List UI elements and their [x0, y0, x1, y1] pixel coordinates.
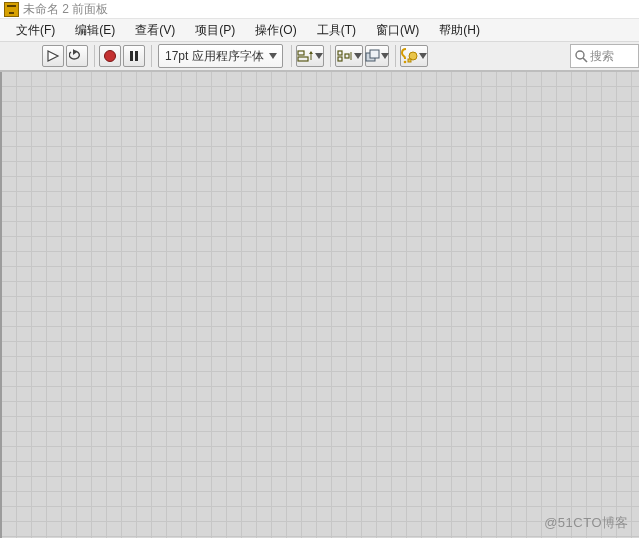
distribute-button[interactable]: [335, 45, 363, 67]
menu-file[interactable]: 文件(F): [6, 20, 65, 41]
toolbar-separator: [94, 45, 95, 67]
reorder-icon: [365, 49, 381, 63]
svg-line-14: [583, 58, 587, 62]
toolbar-separator: [330, 45, 331, 67]
abort-icon: [103, 49, 117, 63]
menu-operate[interactable]: 操作(O): [245, 20, 306, 41]
search-input[interactable]: [590, 49, 634, 63]
search-icon: [574, 49, 588, 63]
app-icon: [4, 2, 19, 17]
context-help-icon: [401, 48, 419, 64]
font-selector-label: 17pt 应用程序字体: [165, 48, 264, 65]
dropdown-arrow-icon: [354, 46, 362, 66]
align-button[interactable]: [296, 45, 324, 67]
menu-tools[interactable]: 工具(T): [307, 20, 366, 41]
dropdown-arrow-icon: [315, 46, 323, 66]
toolbar-separator: [151, 45, 152, 67]
svg-rect-4: [298, 57, 308, 61]
font-selector[interactable]: 17pt 应用程序字体: [158, 44, 283, 68]
abort-button[interactable]: [99, 45, 121, 67]
reorder-button[interactable]: [365, 45, 389, 67]
svg-point-0: [105, 51, 116, 62]
menu-edit[interactable]: 编辑(E): [65, 20, 125, 41]
svg-rect-5: [338, 51, 342, 55]
svg-point-10: [403, 61, 406, 64]
menu-help[interactable]: 帮助(H): [429, 20, 490, 41]
run-arrow-icon: [46, 49, 60, 63]
svg-rect-6: [338, 57, 342, 61]
run-continuous-button[interactable]: [66, 45, 88, 67]
front-panel-grid[interactable]: [0, 72, 639, 538]
dropdown-arrow-icon: [266, 46, 280, 66]
menu-view[interactable]: 查看(V): [125, 20, 185, 41]
menu-project[interactable]: 项目(P): [185, 20, 245, 41]
title-bar: 未命名 2 前面板: [0, 0, 639, 19]
distribute-objects-icon: [336, 49, 354, 63]
toolbar-separator: [291, 45, 292, 67]
front-panel-area[interactable]: @51CTO博客: [0, 71, 639, 538]
svg-rect-7: [345, 54, 349, 58]
svg-point-13: [576, 51, 584, 59]
search-box[interactable]: [570, 44, 639, 68]
svg-rect-3: [298, 51, 304, 55]
run-button[interactable]: [42, 45, 64, 67]
menu-bar: 文件(F) 编辑(E) 查看(V) 项目(P) 操作(O) 工具(T) 窗口(W…: [0, 19, 639, 42]
toolbar-separator: [395, 45, 396, 67]
svg-rect-12: [408, 59, 411, 62]
pause-icon: [128, 50, 140, 62]
svg-rect-9: [370, 50, 379, 58]
pause-button[interactable]: [123, 45, 145, 67]
svg-rect-1: [130, 51, 133, 61]
svg-rect-2: [135, 51, 138, 61]
toolbar: 17pt 应用程序字体: [0, 42, 639, 71]
align-objects-icon: [297, 49, 315, 63]
run-continuous-icon: [69, 49, 85, 63]
context-help-button[interactable]: [400, 45, 428, 67]
dropdown-arrow-icon: [381, 46, 389, 66]
menu-window[interactable]: 窗口(W): [366, 20, 429, 41]
dropdown-arrow-icon: [419, 46, 427, 66]
window-title: 未命名 2 前面板: [23, 2, 108, 16]
